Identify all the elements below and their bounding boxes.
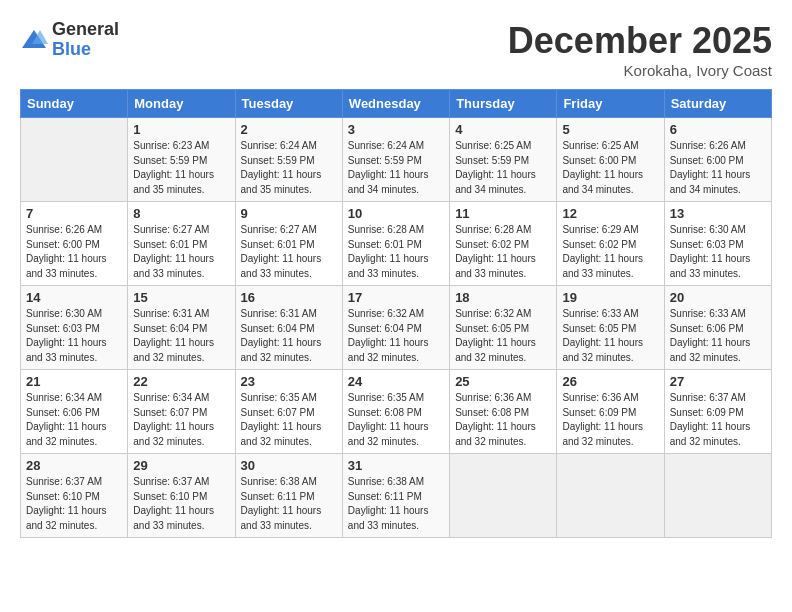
day-number: 13 <box>670 206 766 221</box>
day-info: Sunrise: 6:30 AMSunset: 6:03 PMDaylight:… <box>26 307 122 365</box>
logo-icon <box>20 26 48 54</box>
calendar-cell: 2Sunrise: 6:24 AMSunset: 5:59 PMDaylight… <box>235 118 342 202</box>
day-number: 22 <box>133 374 229 389</box>
calendar-cell: 26Sunrise: 6:36 AMSunset: 6:09 PMDayligh… <box>557 370 664 454</box>
calendar-cell: 17Sunrise: 6:32 AMSunset: 6:04 PMDayligh… <box>342 286 449 370</box>
day-number: 31 <box>348 458 444 473</box>
calendar-cell: 27Sunrise: 6:37 AMSunset: 6:09 PMDayligh… <box>664 370 771 454</box>
day-info: Sunrise: 6:35 AMSunset: 6:07 PMDaylight:… <box>241 391 337 449</box>
day-info: Sunrise: 6:31 AMSunset: 6:04 PMDaylight:… <box>241 307 337 365</box>
day-number: 10 <box>348 206 444 221</box>
month-title: December 2025 <box>508 20 772 62</box>
day-number: 16 <box>241 290 337 305</box>
weekday-header-tuesday: Tuesday <box>235 90 342 118</box>
day-number: 26 <box>562 374 658 389</box>
day-number: 9 <box>241 206 337 221</box>
calendar-cell: 1Sunrise: 6:23 AMSunset: 5:59 PMDaylight… <box>128 118 235 202</box>
day-info: Sunrise: 6:27 AMSunset: 6:01 PMDaylight:… <box>241 223 337 281</box>
day-info: Sunrise: 6:34 AMSunset: 6:07 PMDaylight:… <box>133 391 229 449</box>
day-info: Sunrise: 6:26 AMSunset: 6:00 PMDaylight:… <box>26 223 122 281</box>
calendar-cell: 7Sunrise: 6:26 AMSunset: 6:00 PMDaylight… <box>21 202 128 286</box>
calendar-cell: 20Sunrise: 6:33 AMSunset: 6:06 PMDayligh… <box>664 286 771 370</box>
day-number: 6 <box>670 122 766 137</box>
weekday-header-monday: Monday <box>128 90 235 118</box>
calendar-cell: 28Sunrise: 6:37 AMSunset: 6:10 PMDayligh… <box>21 454 128 538</box>
calendar-cell: 21Sunrise: 6:34 AMSunset: 6:06 PMDayligh… <box>21 370 128 454</box>
calendar-cell: 19Sunrise: 6:33 AMSunset: 6:05 PMDayligh… <box>557 286 664 370</box>
calendar-cell: 30Sunrise: 6:38 AMSunset: 6:11 PMDayligh… <box>235 454 342 538</box>
day-info: Sunrise: 6:33 AMSunset: 6:06 PMDaylight:… <box>670 307 766 365</box>
day-info: Sunrise: 6:37 AMSunset: 6:10 PMDaylight:… <box>133 475 229 533</box>
day-info: Sunrise: 6:24 AMSunset: 5:59 PMDaylight:… <box>348 139 444 197</box>
calendar-cell: 5Sunrise: 6:25 AMSunset: 6:00 PMDaylight… <box>557 118 664 202</box>
day-info: Sunrise: 6:30 AMSunset: 6:03 PMDaylight:… <box>670 223 766 281</box>
day-info: Sunrise: 6:27 AMSunset: 6:01 PMDaylight:… <box>133 223 229 281</box>
calendar-cell: 29Sunrise: 6:37 AMSunset: 6:10 PMDayligh… <box>128 454 235 538</box>
day-info: Sunrise: 6:28 AMSunset: 6:01 PMDaylight:… <box>348 223 444 281</box>
weekday-header-sunday: Sunday <box>21 90 128 118</box>
calendar-week-5: 28Sunrise: 6:37 AMSunset: 6:10 PMDayligh… <box>21 454 772 538</box>
calendar-cell: 15Sunrise: 6:31 AMSunset: 6:04 PMDayligh… <box>128 286 235 370</box>
calendar-cell: 6Sunrise: 6:26 AMSunset: 6:00 PMDaylight… <box>664 118 771 202</box>
day-info: Sunrise: 6:23 AMSunset: 5:59 PMDaylight:… <box>133 139 229 197</box>
day-number: 23 <box>241 374 337 389</box>
logo-general-text: General <box>52 20 119 40</box>
day-number: 19 <box>562 290 658 305</box>
calendar-cell: 23Sunrise: 6:35 AMSunset: 6:07 PMDayligh… <box>235 370 342 454</box>
weekday-header-friday: Friday <box>557 90 664 118</box>
logo: General Blue <box>20 20 119 60</box>
calendar-cell: 16Sunrise: 6:31 AMSunset: 6:04 PMDayligh… <box>235 286 342 370</box>
day-info: Sunrise: 6:29 AMSunset: 6:02 PMDaylight:… <box>562 223 658 281</box>
weekday-header-wednesday: Wednesday <box>342 90 449 118</box>
day-info: Sunrise: 6:34 AMSunset: 6:06 PMDaylight:… <box>26 391 122 449</box>
calendar-cell: 25Sunrise: 6:36 AMSunset: 6:08 PMDayligh… <box>450 370 557 454</box>
day-number: 4 <box>455 122 551 137</box>
day-number: 21 <box>26 374 122 389</box>
day-number: 2 <box>241 122 337 137</box>
day-number: 27 <box>670 374 766 389</box>
calendar-cell: 31Sunrise: 6:38 AMSunset: 6:11 PMDayligh… <box>342 454 449 538</box>
calendar-cell: 4Sunrise: 6:25 AMSunset: 5:59 PMDaylight… <box>450 118 557 202</box>
calendar-cell: 11Sunrise: 6:28 AMSunset: 6:02 PMDayligh… <box>450 202 557 286</box>
day-number: 15 <box>133 290 229 305</box>
day-info: Sunrise: 6:38 AMSunset: 6:11 PMDaylight:… <box>241 475 337 533</box>
calendar-week-3: 14Sunrise: 6:30 AMSunset: 6:03 PMDayligh… <box>21 286 772 370</box>
day-number: 30 <box>241 458 337 473</box>
calendar-cell <box>450 454 557 538</box>
day-number: 20 <box>670 290 766 305</box>
day-info: Sunrise: 6:36 AMSunset: 6:09 PMDaylight:… <box>562 391 658 449</box>
calendar-table: SundayMondayTuesdayWednesdayThursdayFrid… <box>20 89 772 538</box>
day-info: Sunrise: 6:36 AMSunset: 6:08 PMDaylight:… <box>455 391 551 449</box>
day-info: Sunrise: 6:26 AMSunset: 6:00 PMDaylight:… <box>670 139 766 197</box>
calendar-cell: 3Sunrise: 6:24 AMSunset: 5:59 PMDaylight… <box>342 118 449 202</box>
day-number: 3 <box>348 122 444 137</box>
location-text: Korokaha, Ivory Coast <box>508 62 772 79</box>
day-info: Sunrise: 6:31 AMSunset: 6:04 PMDaylight:… <box>133 307 229 365</box>
day-number: 25 <box>455 374 551 389</box>
title-block: December 2025 Korokaha, Ivory Coast <box>508 20 772 79</box>
calendar-cell <box>557 454 664 538</box>
calendar-week-4: 21Sunrise: 6:34 AMSunset: 6:06 PMDayligh… <box>21 370 772 454</box>
day-info: Sunrise: 6:24 AMSunset: 5:59 PMDaylight:… <box>241 139 337 197</box>
day-info: Sunrise: 6:38 AMSunset: 6:11 PMDaylight:… <box>348 475 444 533</box>
calendar-cell: 22Sunrise: 6:34 AMSunset: 6:07 PMDayligh… <box>128 370 235 454</box>
calendar-cell: 18Sunrise: 6:32 AMSunset: 6:05 PMDayligh… <box>450 286 557 370</box>
day-info: Sunrise: 6:32 AMSunset: 6:04 PMDaylight:… <box>348 307 444 365</box>
day-info: Sunrise: 6:33 AMSunset: 6:05 PMDaylight:… <box>562 307 658 365</box>
day-info: Sunrise: 6:35 AMSunset: 6:08 PMDaylight:… <box>348 391 444 449</box>
calendar-cell <box>664 454 771 538</box>
calendar-cell: 12Sunrise: 6:29 AMSunset: 6:02 PMDayligh… <box>557 202 664 286</box>
calendar-week-1: 1Sunrise: 6:23 AMSunset: 5:59 PMDaylight… <box>21 118 772 202</box>
calendar-cell: 9Sunrise: 6:27 AMSunset: 6:01 PMDaylight… <box>235 202 342 286</box>
calendar-cell: 24Sunrise: 6:35 AMSunset: 6:08 PMDayligh… <box>342 370 449 454</box>
weekday-header-thursday: Thursday <box>450 90 557 118</box>
day-info: Sunrise: 6:28 AMSunset: 6:02 PMDaylight:… <box>455 223 551 281</box>
day-number: 8 <box>133 206 229 221</box>
day-number: 18 <box>455 290 551 305</box>
day-number: 14 <box>26 290 122 305</box>
weekday-header-row: SundayMondayTuesdayWednesdayThursdayFrid… <box>21 90 772 118</box>
day-number: 1 <box>133 122 229 137</box>
day-number: 28 <box>26 458 122 473</box>
day-number: 11 <box>455 206 551 221</box>
calendar-cell: 8Sunrise: 6:27 AMSunset: 6:01 PMDaylight… <box>128 202 235 286</box>
